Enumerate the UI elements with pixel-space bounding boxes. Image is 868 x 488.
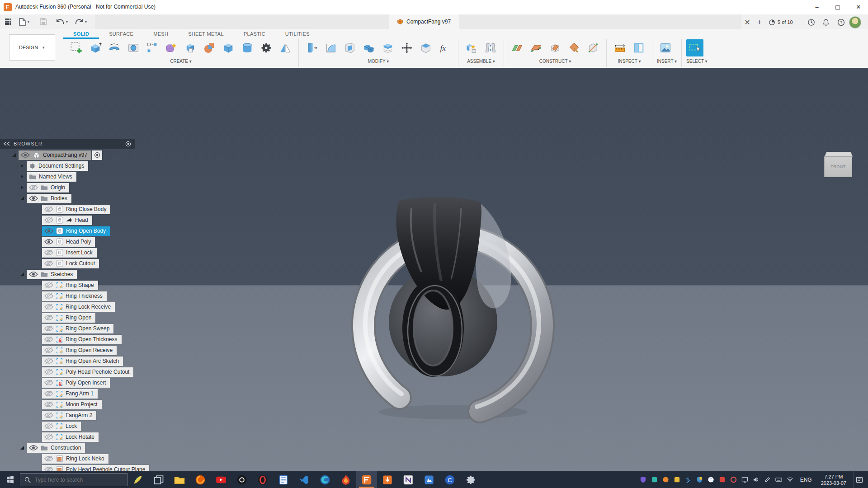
tree-item-pill[interactable]: Moon Project [42, 400, 102, 409]
expand-arrow-icon[interactable] [19, 174, 25, 180]
start-button[interactable] [0, 471, 20, 488]
tree-row-ring-open-arc-sketch[interactable]: Ring Open Arc Sketch [0, 356, 154, 366]
edge-taskbar-icon[interactable] [315, 471, 335, 488]
tree-row-ring-open[interactable]: Ring Open [0, 312, 154, 323]
document-app-taskbar-icon[interactable] [273, 471, 294, 488]
opera-taskbar-icon[interactable] [252, 471, 273, 488]
visibility-off-icon[interactable] [44, 336, 53, 343]
tab-utilities[interactable]: UTILITIES [275, 29, 320, 39]
visibility-off-icon[interactable] [44, 455, 53, 462]
tree-item-pill[interactable]: Fang Arm 1 [42, 389, 98, 399]
create-form-button[interactable] [163, 39, 180, 56]
visibility-off-icon[interactable] [29, 184, 38, 191]
shield-purple-tray-icon[interactable] [640, 476, 647, 483]
save-button[interactable] [40, 16, 47, 27]
collapse-arrow-icon[interactable] [19, 271, 25, 277]
tree-row-lock-cutout[interactable]: Lock Cutout [0, 258, 154, 269]
tree-row-head[interactable]: Head [0, 215, 154, 225]
tab-mesh[interactable]: MESH [143, 29, 178, 39]
tree-item-pill[interactable]: Ring Open Receive [42, 346, 117, 355]
tree-item-pill[interactable]: CompactFang v97 [19, 150, 91, 160]
vscode-taskbar-icon[interactable] [294, 471, 315, 488]
press-pull-button[interactable] [303, 39, 321, 56]
notifications-bell-icon[interactable] [821, 17, 831, 28]
tree-item-pill[interactable]: FangArm 2 [42, 411, 96, 420]
tree-item-pill[interactable]: Ring Open Thickness [42, 335, 122, 344]
keyboard-tray-icon[interactable] [775, 476, 783, 483]
tree-row-ring-open-receive[interactable]: Ring Open Receive [0, 345, 154, 356]
visibility-off-icon[interactable] [44, 249, 53, 256]
tree-item-pill[interactable]: Lock [42, 422, 81, 431]
pen-tray-icon[interactable] [764, 476, 771, 483]
tree-item-pill[interactable]: Poly Open Insert [42, 378, 110, 388]
help-icon[interactable]: ? [835, 17, 846, 28]
insert-canvas-button[interactable] [657, 39, 674, 56]
visibility-off-icon[interactable] [44, 347, 53, 353]
defender-tray-icon[interactable] [696, 476, 703, 483]
group-label-create[interactable]: CREATE ▾ [68, 59, 294, 64]
feather-app-taskbar-icon[interactable] [127, 471, 148, 488]
visibility-off-icon[interactable] [44, 260, 53, 267]
visibility-off-icon[interactable] [44, 390, 53, 397]
tab-solid[interactable]: SOLID [63, 29, 99, 39]
select-button[interactable] [686, 39, 703, 56]
view-cube-front-face[interactable]: FRONT [824, 156, 852, 177]
taskbar-clock[interactable]: 7:27 PM 2023-03-07 [818, 474, 849, 486]
box-button[interactable] [220, 39, 237, 56]
extension-clock-icon[interactable] [806, 17, 816, 28]
monitor-tray-icon[interactable] [741, 476, 749, 483]
collapse-arrow-icon[interactable] [11, 152, 17, 158]
tree-row-insert-lock[interactable]: Insert Lock [0, 247, 154, 258]
tree-item-pill[interactable]: Ring Lock Receive [42, 302, 115, 312]
taskbar-search[interactable] [20, 473, 127, 486]
cylinder-button[interactable] [239, 39, 256, 56]
move-copy-button[interactable] [398, 39, 415, 56]
tab-sheet-metal[interactable]: SHEET METAL [178, 29, 234, 39]
tree-item-pill[interactable]: Poly Head Peehole Cutout [42, 367, 133, 377]
task-view-taskbar-icon[interactable] [148, 471, 169, 488]
tree-item-pill[interactable]: Construction [27, 443, 85, 453]
primitive-settings-button[interactable] [258, 39, 275, 56]
installer-app-taskbar-icon[interactable] [377, 471, 398, 488]
maximize-button[interactable]: ▢ [827, 0, 848, 14]
collapse-arrow-icon[interactable] [19, 195, 25, 202]
workspace-selector[interactable]: DESIGN▼ [9, 34, 55, 61]
activate-component-radio[interactable] [92, 150, 102, 160]
tree-row-named-views[interactable]: Named Views [0, 171, 154, 182]
tree-item-pill[interactable]: Ring Open Sweep [42, 324, 113, 333]
fillet-button[interactable] [322, 39, 340, 56]
fusion-360-taskbar-icon[interactable] [356, 471, 377, 488]
tree-row-document-settings[interactable]: Document Settings [0, 160, 154, 171]
app-launcher-icon[interactable] [5, 16, 12, 27]
tree-row-bodies[interactable]: Bodies [0, 193, 154, 204]
tree-row-construction[interactable]: Construction [0, 442, 154, 453]
tree-row-poly-open-insert[interactable]: Poly Open Insert [0, 377, 154, 388]
tangent-plane-button[interactable] [566, 39, 583, 56]
tree-row-lock-rotate[interactable]: Lock Rotate [0, 432, 154, 442]
flame-app-taskbar-icon[interactable] [335, 471, 356, 488]
red-circle-tray-icon[interactable] [730, 476, 737, 483]
thicken-button[interactable] [182, 39, 199, 56]
tree-row-ring-open-body[interactable]: Ring Open Body [0, 225, 154, 236]
group-label-select[interactable]: SELECT ▾ [686, 59, 708, 64]
tree-row-ring-close-body[interactable]: Ring Close Body [0, 204, 154, 215]
visibility-off-icon[interactable] [44, 434, 53, 440]
volume-tray-icon[interactable] [753, 476, 760, 483]
settings-taskbar-icon[interactable] [460, 471, 481, 488]
tree-item-pill[interactable]: Ring Open [42, 313, 95, 323]
c-app-taskbar-icon[interactable]: C [439, 471, 460, 488]
expand-arrow-icon[interactable] [19, 184, 25, 191]
tree-item-pill[interactable]: Insert Lock [42, 248, 97, 258]
blue-app-taskbar-icon[interactable] [419, 471, 439, 488]
collapse-arrow-icon[interactable] [19, 445, 25, 451]
gold-app-tray-icon[interactable] [674, 476, 681, 483]
tree-item-pill[interactable]: Lock Cutout [42, 259, 99, 268]
tree-row-compactfang-v97[interactable]: CompactFang v97 [0, 150, 154, 160]
tree-row-ring-thickness[interactable]: Ring Thickness [0, 291, 154, 301]
file-menu-button[interactable]: ▼ [19, 16, 30, 27]
teal-app-tray-icon[interactable] [651, 476, 658, 483]
measure-button[interactable] [611, 39, 628, 56]
browser-panel-header[interactable]: BROWSER [0, 139, 135, 149]
red-app-tray-icon[interactable] [719, 476, 726, 483]
view-cube[interactable]: FRONT [824, 150, 854, 178]
